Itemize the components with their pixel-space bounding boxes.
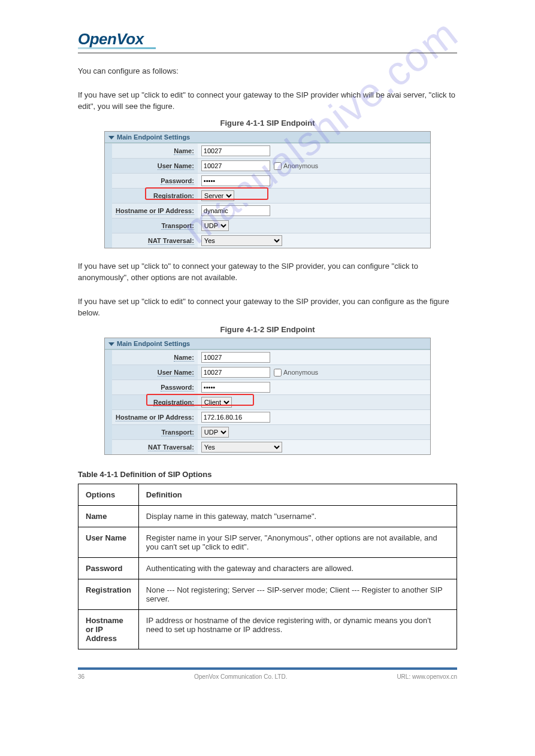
f1-input-password[interactable] <box>201 175 270 186</box>
f1-label-name: Name: <box>112 143 198 158</box>
figure-2-panel: Main Endpoint Settings Name: User Name: … <box>104 338 431 455</box>
figure-1-caption: Figure 4-1-1 SIP Endpoint <box>78 119 457 127</box>
def-header-definition: Definition <box>138 484 457 505</box>
def-def-0: Display name in this gateway, match "use… <box>138 505 457 527</box>
header-divider <box>78 53 457 53</box>
definition-table-title: Table 4-1-1 Definition of SIP Options <box>78 470 457 479</box>
chevron-down-icon <box>108 342 114 346</box>
f2-input-password[interactable] <box>201 382 270 393</box>
table-row: User Name Register name in your SIP serv… <box>78 527 457 557</box>
figure-1-form-table: Name: User Name: Anonymous Password: Reg… <box>105 143 430 248</box>
panel-stripe <box>105 143 112 248</box>
f1-label-username: User Name: <box>112 158 198 173</box>
f1-input-username[interactable] <box>201 160 270 171</box>
footer-page: 36 <box>78 673 84 680</box>
f1-input-name[interactable] <box>201 145 270 156</box>
f1-label-registration: Registration: <box>112 188 198 203</box>
logo-part-open: Open <box>78 30 116 48</box>
f2-input-name[interactable] <box>201 352 270 363</box>
def-def-3: None --- Not registering; Server --- SIP… <box>138 579 457 609</box>
def-def-2: Authenticating with the gateway and char… <box>138 557 457 579</box>
f2-checkbox-anonymous[interactable] <box>274 369 282 377</box>
def-opt-1: User Name <box>78 527 139 557</box>
table-row: Hostname or IP Address IP address or hos… <box>78 609 457 649</box>
def-opt-3: Registration <box>78 579 139 609</box>
def-opt-2: Password <box>78 557 139 579</box>
table-row: Name Display name in this gateway, match… <box>78 505 457 527</box>
f2-label-registration: Registration: <box>112 394 198 409</box>
f2-label-transport: Transport: <box>112 424 198 439</box>
definition-table: Options Definition Name Display name in … <box>78 484 457 649</box>
def-header-option: Options <box>78 484 139 505</box>
f2-label-nat: NAT Traversal: <box>112 439 198 454</box>
f2-anonymous-label: Anonymous <box>283 369 318 376</box>
f1-label-hostname: Hostname or IP Address: <box>112 203 198 218</box>
f2-input-hostname[interactable] <box>201 412 270 423</box>
panel-stripe <box>105 350 112 454</box>
f2-label-name: Name: <box>112 350 198 365</box>
panel-2-title: Main Endpoint Settings <box>117 340 190 347</box>
panel-2-title-row[interactable]: Main Endpoint Settings <box>105 338 430 350</box>
f2-input-username[interactable] <box>201 367 270 378</box>
footer-right: URL: www.openvox.cn <box>397 673 457 680</box>
logo-part-vox: Vox <box>116 30 143 48</box>
f1-label-transport: Transport: <box>112 218 198 233</box>
f2-label-username: User Name: <box>112 365 198 379</box>
intro-paragraph-2: If you have set up "click to edit" to co… <box>78 89 457 113</box>
f1-label-nat: NAT Traversal: <box>112 233 198 248</box>
page-footer: 36 OpenVox Communication Co. LTD. URL: w… <box>78 670 457 680</box>
f2-select-registration[interactable]: Client <box>201 397 232 408</box>
table-row: Registration None --- Not registering; S… <box>78 579 457 609</box>
intro-paragraph-1: You can configure as follows: <box>78 65 457 77</box>
figure-1-panel: Main Endpoint Settings Name: User Name: … <box>104 131 431 248</box>
f2-select-transport[interactable]: UDP <box>201 427 229 438</box>
f1-label-password: Password: <box>112 173 198 188</box>
figure-2-caption: Figure 4-1-2 SIP Endpoint <box>78 325 457 334</box>
table-row: Password Authenticating with the gateway… <box>78 557 457 579</box>
mid-paragraph-1: If you have set up "click to" to connect… <box>78 260 457 284</box>
panel-1-title-row[interactable]: Main Endpoint Settings <box>105 132 430 143</box>
logo: OpenVox <box>78 30 457 48</box>
f1-select-nat[interactable]: Yes <box>201 235 282 246</box>
mid-paragraph-2: If you have set up "click to edit" to co… <box>78 296 457 319</box>
def-opt-0: Name <box>78 505 139 527</box>
def-opt-4: Hostname or IP Address <box>78 609 139 649</box>
f2-select-nat[interactable]: Yes <box>201 442 282 453</box>
figure-2-form-table: Name: User Name: Anonymous Password: Reg… <box>105 350 430 454</box>
f1-input-hostname[interactable] <box>201 205 270 216</box>
f1-select-transport[interactable]: UDP <box>201 220 229 231</box>
f2-label-hostname: Hostname or IP Address: <box>112 409 198 424</box>
f1-anonymous-label: Anonymous <box>283 162 318 169</box>
page-header: OpenVox <box>78 30 457 53</box>
footer-left: OpenVox Communication Co. LTD. <box>194 673 287 680</box>
def-def-4: IP address or hostname of the device reg… <box>138 609 457 649</box>
f2-label-password: Password: <box>112 379 198 394</box>
def-def-1: Register name in your SIP server, "Anony… <box>138 527 457 557</box>
f1-checkbox-anonymous[interactable] <box>274 162 282 170</box>
panel-1-title: Main Endpoint Settings <box>117 133 190 141</box>
chevron-down-icon <box>108 136 114 139</box>
f1-select-registration[interactable]: Server <box>201 190 234 201</box>
